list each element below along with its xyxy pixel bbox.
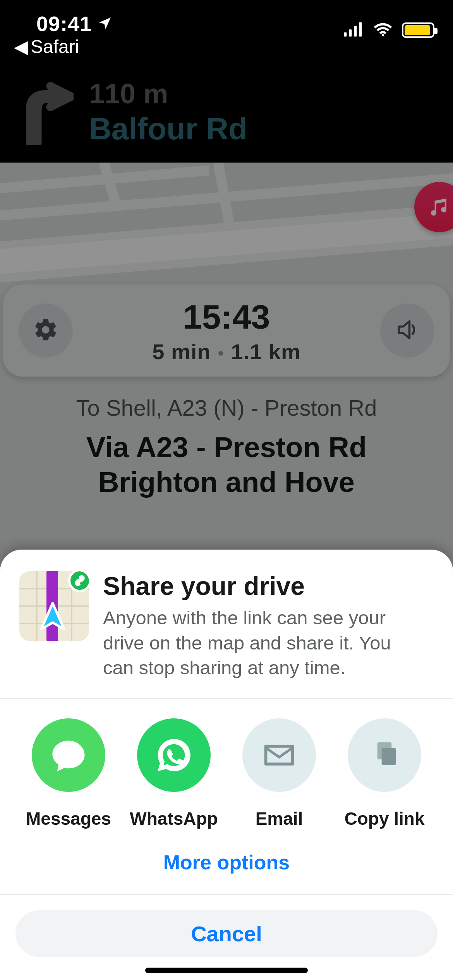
share-header: Share your drive Anyone with the link ca… — [0, 550, 453, 699]
share-option-whatsapp[interactable]: WhatsApp — [129, 718, 218, 829]
status-bar: 09:41 ◀ Safari — [0, 0, 453, 62]
back-to-app[interactable]: ◀ Safari — [14, 36, 79, 57]
back-app-label: Safari — [31, 36, 79, 57]
copy-icon — [348, 718, 421, 792]
share-sheet: Share your drive Anyone with the link ca… — [0, 550, 453, 980]
share-label: Email — [235, 808, 324, 829]
svg-rect-4 — [359, 22, 362, 36]
cancel-button[interactable]: Cancel — [15, 910, 438, 957]
messages-icon — [32, 718, 105, 792]
location-cursor-icon — [36, 601, 69, 636]
more-options-button[interactable]: More options — [0, 833, 453, 895]
share-options-row: Messages WhatsApp Email Copy link — [0, 699, 453, 833]
home-indicator[interactable] — [145, 968, 308, 973]
email-icon — [242, 718, 316, 792]
share-label: Messages — [24, 808, 113, 829]
share-label: WhatsApp — [129, 808, 218, 829]
share-title: Share your drive — [103, 571, 397, 601]
share-option-email[interactable]: Email — [235, 718, 324, 829]
svg-rect-1 — [344, 32, 347, 36]
wifi-icon — [373, 22, 393, 39]
svg-rect-3 — [354, 26, 357, 37]
share-thumbnail — [19, 571, 89, 641]
svg-rect-2 — [349, 29, 352, 37]
chevron-left-icon: ◀ — [14, 36, 28, 57]
status-time: 09:41 — [36, 12, 113, 36]
cellular-icon — [344, 22, 364, 39]
screen: 110 m Balfour Rd — [0, 0, 453, 980]
whatsapp-icon — [137, 718, 211, 792]
svg-rect-12 — [382, 748, 396, 765]
share-description: Anyone with the link can see your drive … — [103, 605, 397, 680]
location-arrow-icon — [97, 12, 113, 36]
battery-icon — [402, 22, 434, 38]
share-option-copy-link[interactable]: Copy link — [340, 718, 429, 829]
share-label: Copy link — [340, 808, 429, 829]
share-option-messages[interactable]: Messages — [24, 718, 113, 829]
